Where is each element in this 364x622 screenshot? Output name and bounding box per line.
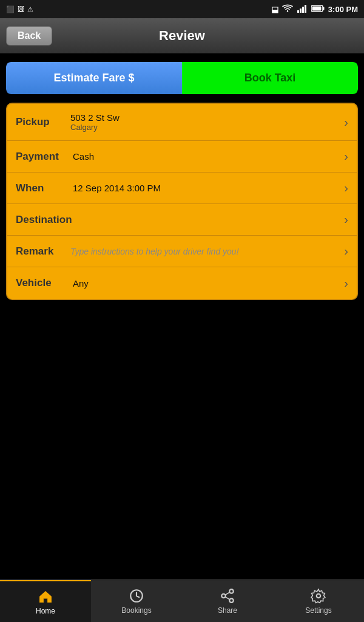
svg-rect-3 — [302, 7, 304, 13]
svg-rect-7 — [312, 6, 321, 10]
remark-label: Remark — [16, 245, 70, 258]
status-bar-right: ⬓ 3:00 PM — [271, 4, 358, 15]
svg-point-10 — [221, 593, 226, 598]
destination-label: Destination — [16, 214, 72, 226]
pickup-value: 503 2 St Sw Calgary — [70, 112, 120, 132]
pickup-city: Calgary — [70, 123, 120, 132]
nav-home[interactable]: Home — [0, 580, 91, 622]
pickup-row[interactable]: Pickup 503 2 St Sw Calgary › — [7, 104, 357, 141]
home-icon — [38, 589, 53, 604]
vehicle-chevron: › — [344, 276, 348, 290]
status-bar-left: ⬛ 🖼 ⚠ — [6, 5, 33, 13]
pickup-label: Pickup — [16, 116, 70, 128]
svg-rect-2 — [300, 9, 302, 13]
nav-settings[interactable]: Settings — [273, 580, 364, 622]
vehicle-value: Any — [73, 278, 344, 289]
payment-chevron: › — [344, 149, 348, 163]
when-row[interactable]: When 12 Sep 2014 3:00 PM › — [7, 173, 357, 204]
time-display: 3:00 PM — [328, 5, 358, 14]
svg-line-13 — [225, 596, 230, 599]
alert-icon: ⚠ — [27, 5, 33, 13]
remark-row[interactable]: Remark Type instructions to help your dr… — [7, 236, 357, 267]
book-taxi-button[interactable]: Book Taxi — [182, 62, 358, 94]
payment-row[interactable]: Payment Cash › — [7, 141, 357, 173]
bluetooth-icon: ⬓ — [271, 5, 278, 14]
nav-share-label: Share — [218, 606, 237, 615]
nav-settings-label: Settings — [305, 606, 331, 615]
vehicle-row[interactable]: Vehicle Any › — [7, 267, 357, 299]
svg-point-0 — [287, 10, 288, 12]
bottom-nav: Home Bookings Share Settings — [0, 579, 364, 622]
remark-chevron: › — [344, 244, 348, 258]
nav-bookings-label: Bookings — [121, 606, 151, 615]
header: Back Review — [0, 18, 364, 53]
battery-icon — [311, 5, 325, 14]
status-bar: ⬛ 🖼 ⚠ ⬓ — [0, 0, 364, 18]
action-buttons: Estimate Fare $ Book Taxi — [6, 62, 358, 94]
estimate-fare-button[interactable]: Estimate Fare $ — [6, 62, 182, 94]
payment-label: Payment — [16, 151, 70, 163]
page-title: Review — [159, 28, 205, 44]
destination-row[interactable]: Destination › — [7, 204, 357, 236]
wifi-icon — [282, 4, 293, 15]
pickup-chevron: › — [344, 115, 348, 129]
svg-line-12 — [225, 592, 230, 595]
when-label: When — [16, 182, 70, 194]
remark-placeholder: Type instructions to help your driver fi… — [70, 247, 344, 256]
settings-icon — [311, 588, 326, 604]
svg-rect-4 — [305, 5, 306, 13]
svg-point-11 — [229, 598, 234, 603]
share-icon — [220, 588, 235, 604]
signal-icon — [297, 4, 308, 15]
form-panel: Pickup 503 2 St Sw Calgary › Payment Cas… — [6, 103, 358, 300]
nav-share[interactable]: Share — [182, 580, 273, 622]
svg-rect-1 — [297, 10, 299, 13]
pickup-address: 503 2 St Sw — [70, 112, 120, 123]
nav-home-label: Home — [36, 607, 55, 615]
back-button[interactable]: Back — [6, 26, 52, 46]
when-value: 12 Sep 2014 3:00 PM — [73, 183, 344, 193]
svg-point-14 — [317, 593, 321, 598]
image-icon: 🖼 — [18, 5, 24, 13]
svg-rect-6 — [323, 7, 324, 10]
bookings-icon — [129, 588, 144, 604]
vehicle-label: Vehicle — [16, 277, 70, 289]
svg-point-9 — [229, 589, 234, 593]
destination-chevron: › — [344, 213, 348, 227]
payment-value: Cash — [73, 151, 344, 162]
screen-icon: ⬛ — [6, 5, 15, 13]
nav-bookings[interactable]: Bookings — [91, 580, 182, 622]
when-chevron: › — [344, 181, 348, 195]
